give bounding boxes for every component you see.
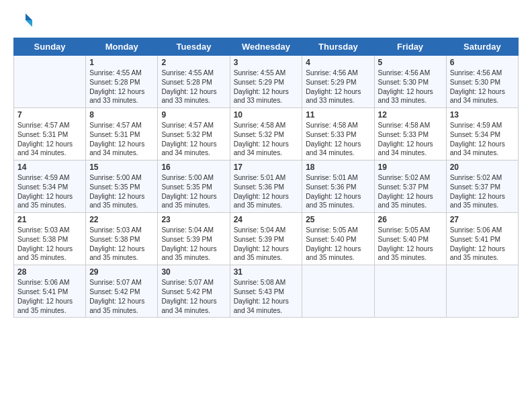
day-number: 17 (234, 163, 299, 172)
calendar-cell: 25Sunrise: 5:05 AM Sunset: 5:40 PM Dayli… (302, 213, 374, 265)
header (13, 11, 519, 31)
cell-content: Sunrise: 5:02 AM Sunset: 5:37 PM Dayligh… (450, 173, 515, 210)
day-number: 11 (306, 110, 370, 120)
cell-content: Sunrise: 4:56 AM Sunset: 5:30 PM Dayligh… (378, 68, 443, 105)
cell-content: Sunrise: 5:05 AM Sunset: 5:40 PM Dayligh… (306, 226, 370, 263)
svg-marker-1 (26, 20, 32, 27)
cell-content: Sunrise: 5:03 AM Sunset: 5:38 PM Dayligh… (17, 226, 82, 263)
calendar-cell: 28Sunrise: 5:06 AM Sunset: 5:41 PM Dayli… (14, 265, 86, 318)
cell-content: Sunrise: 4:56 AM Sunset: 5:30 PM Dayligh… (450, 68, 515, 105)
day-number: 14 (17, 163, 82, 172)
calendar-cell: 31Sunrise: 5:08 AM Sunset: 5:43 PM Dayli… (230, 265, 302, 318)
calendar-cell: 7Sunrise: 4:57 AM Sunset: 5:31 PM Daylig… (14, 108, 86, 161)
cell-content: Sunrise: 5:00 AM Sunset: 5:35 PM Dayligh… (89, 173, 154, 210)
cell-content: Sunrise: 5:01 AM Sunset: 5:36 PM Dayligh… (306, 173, 370, 210)
calendar-cell (302, 265, 374, 318)
calendar-cell: 23Sunrise: 5:04 AM Sunset: 5:39 PM Dayli… (158, 213, 230, 265)
day-number: 27 (450, 215, 515, 224)
calendar-week-3: 14Sunrise: 4:59 AM Sunset: 5:34 PM Dayli… (14, 161, 519, 213)
calendar-cell: 13Sunrise: 4:59 AM Sunset: 5:34 PM Dayli… (446, 108, 518, 161)
day-number: 3 (234, 58, 299, 67)
day-number: 29 (89, 267, 154, 277)
calendar-cell: 8Sunrise: 4:57 AM Sunset: 5:31 PM Daylig… (86, 108, 158, 161)
calendar-cell: 15Sunrise: 5:00 AM Sunset: 5:35 PM Dayli… (86, 161, 158, 213)
cell-content: Sunrise: 4:55 AM Sunset: 5:28 PM Dayligh… (161, 68, 226, 105)
day-number: 16 (161, 163, 226, 172)
calendar-cell (374, 265, 446, 318)
page-container: SundayMondayTuesdayWednesdayThursdayFrid… (0, 0, 532, 324)
calendar-cell: 12Sunrise: 4:58 AM Sunset: 5:33 PM Dayli… (374, 108, 446, 161)
cell-content: Sunrise: 5:06 AM Sunset: 5:41 PM Dayligh… (450, 226, 515, 263)
day-header-friday: Friday (374, 38, 446, 56)
cell-content: Sunrise: 4:58 AM Sunset: 5:32 PM Dayligh… (234, 121, 299, 158)
day-number: 4 (306, 58, 370, 67)
calendar-cell: 29Sunrise: 5:07 AM Sunset: 5:42 PM Dayli… (86, 265, 158, 318)
day-number: 25 (306, 215, 370, 224)
calendar-week-2: 7Sunrise: 4:57 AM Sunset: 5:31 PM Daylig… (14, 108, 519, 161)
calendar-cell: 30Sunrise: 5:07 AM Sunset: 5:42 PM Dayli… (158, 265, 230, 318)
day-number: 20 (450, 163, 515, 172)
calendar-cell: 16Sunrise: 5:00 AM Sunset: 5:35 PM Dayli… (158, 161, 230, 213)
calendar-cell: 14Sunrise: 4:59 AM Sunset: 5:34 PM Dayli… (14, 161, 86, 213)
calendar-cell: 4Sunrise: 4:56 AM Sunset: 5:29 PM Daylig… (302, 56, 374, 108)
calendar-table: SundayMondayTuesdayWednesdayThursdayFrid… (13, 38, 519, 318)
day-number: 18 (306, 163, 370, 172)
day-number: 30 (161, 267, 226, 277)
calendar-cell: 22Sunrise: 5:03 AM Sunset: 5:38 PM Dayli… (86, 213, 158, 265)
calendar-cell: 11Sunrise: 4:58 AM Sunset: 5:33 PM Dayli… (302, 108, 374, 161)
day-number: 7 (17, 110, 82, 120)
cell-content: Sunrise: 5:02 AM Sunset: 5:37 PM Dayligh… (378, 173, 443, 210)
day-number: 19 (378, 163, 443, 172)
cell-content: Sunrise: 5:08 AM Sunset: 5:43 PM Dayligh… (234, 278, 299, 315)
calendar-week-4: 21Sunrise: 5:03 AM Sunset: 5:38 PM Dayli… (14, 213, 519, 265)
calendar-cell: 10Sunrise: 4:58 AM Sunset: 5:32 PM Dayli… (230, 108, 302, 161)
calendar-cell: 3Sunrise: 4:55 AM Sunset: 5:29 PM Daylig… (230, 56, 302, 108)
calendar-week-1: 1Sunrise: 4:55 AM Sunset: 5:28 PM Daylig… (14, 56, 519, 108)
day-header-monday: Monday (86, 38, 158, 56)
day-number: 9 (161, 110, 226, 120)
day-number: 12 (378, 110, 443, 120)
day-header-sunday: Sunday (14, 38, 86, 56)
cell-content: Sunrise: 4:58 AM Sunset: 5:33 PM Dayligh… (378, 121, 443, 158)
cell-content: Sunrise: 5:05 AM Sunset: 5:40 PM Dayligh… (378, 226, 443, 263)
logo (13, 11, 35, 31)
day-header-saturday: Saturday (446, 38, 518, 56)
day-number: 1 (89, 58, 154, 67)
calendar-cell: 19Sunrise: 5:02 AM Sunset: 5:37 PM Dayli… (374, 161, 446, 213)
calendar-cell: 17Sunrise: 5:01 AM Sunset: 5:36 PM Dayli… (230, 161, 302, 213)
day-number: 5 (378, 58, 443, 67)
cell-content: Sunrise: 4:59 AM Sunset: 5:34 PM Dayligh… (450, 121, 515, 158)
cell-content: Sunrise: 5:07 AM Sunset: 5:42 PM Dayligh… (89, 278, 154, 315)
day-header-tuesday: Tuesday (158, 38, 230, 56)
day-number: 2 (161, 58, 226, 67)
cell-content: Sunrise: 4:56 AM Sunset: 5:29 PM Dayligh… (306, 68, 370, 105)
calendar-cell (446, 265, 518, 318)
calendar-cell: 9Sunrise: 4:57 AM Sunset: 5:32 PM Daylig… (158, 108, 230, 161)
day-number: 10 (234, 110, 299, 120)
calendar-cell: 20Sunrise: 5:02 AM Sunset: 5:37 PM Dayli… (446, 161, 518, 213)
day-number: 6 (450, 58, 515, 67)
logo-icon (13, 11, 34, 31)
day-number: 26 (378, 215, 443, 224)
day-number: 31 (234, 267, 299, 277)
cell-content: Sunrise: 4:57 AM Sunset: 5:31 PM Dayligh… (89, 121, 154, 158)
calendar-header-row: SundayMondayTuesdayWednesdayThursdayFrid… (14, 38, 519, 56)
day-number: 13 (450, 110, 515, 120)
day-number: 22 (89, 215, 154, 224)
calendar-week-5: 28Sunrise: 5:06 AM Sunset: 5:41 PM Dayli… (14, 265, 519, 318)
day-number: 23 (161, 215, 226, 224)
calendar-cell (14, 56, 86, 108)
cell-content: Sunrise: 4:55 AM Sunset: 5:29 PM Dayligh… (234, 68, 299, 105)
day-header-thursday: Thursday (302, 38, 374, 56)
cell-content: Sunrise: 4:58 AM Sunset: 5:33 PM Dayligh… (306, 121, 370, 158)
calendar-cell: 26Sunrise: 5:05 AM Sunset: 5:40 PM Dayli… (374, 213, 446, 265)
cell-content: Sunrise: 5:06 AM Sunset: 5:41 PM Dayligh… (17, 278, 82, 315)
day-number: 15 (89, 163, 154, 172)
cell-content: Sunrise: 5:04 AM Sunset: 5:39 PM Dayligh… (161, 226, 226, 263)
calendar-cell: 2Sunrise: 4:55 AM Sunset: 5:28 PM Daylig… (158, 56, 230, 108)
cell-content: Sunrise: 4:57 AM Sunset: 5:31 PM Dayligh… (17, 121, 82, 158)
calendar-cell: 5Sunrise: 4:56 AM Sunset: 5:30 PM Daylig… (374, 56, 446, 108)
calendar-cell: 1Sunrise: 4:55 AM Sunset: 5:28 PM Daylig… (86, 56, 158, 108)
cell-content: Sunrise: 4:55 AM Sunset: 5:28 PM Dayligh… (89, 68, 154, 105)
calendar-cell: 24Sunrise: 5:04 AM Sunset: 5:39 PM Dayli… (230, 213, 302, 265)
